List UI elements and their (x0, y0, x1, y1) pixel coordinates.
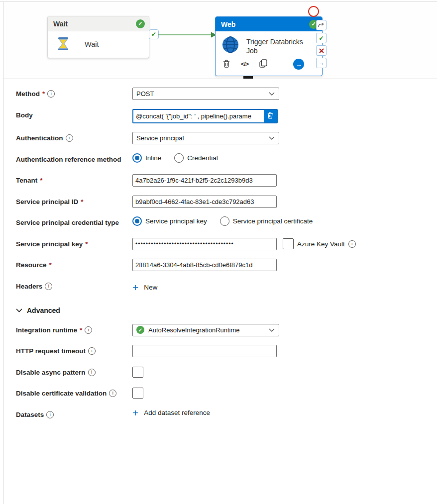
credential-type-row: Service principal credential type Servic… (16, 216, 437, 229)
info-icon[interactable]: i (66, 134, 73, 142)
auth-reference-row: Authentication reference method Inline C… (16, 153, 437, 166)
integration-runtime-row: Integration runtime*i ✓ AutoResolveInteg… (16, 324, 437, 336)
next-activity-button[interactable]: → (293, 59, 304, 70)
service-principal-key-input[interactable]: •••••••••••••••••••••••••••••••••••••• (132, 238, 277, 250)
wait-success-output-port[interactable]: ✓ (149, 29, 159, 39)
auth-reference-label: Authentication reference method (16, 153, 121, 166)
disable-cert-checkbox[interactable] (132, 388, 143, 399)
disable-async-label: Disable async pattern (16, 366, 86, 379)
failure-output-port[interactable] (316, 45, 327, 56)
disable-async-checkbox[interactable] (132, 367, 143, 378)
chevron-down-icon (269, 328, 275, 332)
info-icon[interactable]: i (46, 411, 54, 418)
resource-label: Resource (16, 259, 47, 271)
http-timeout-row: HTTP request timeouti (16, 345, 437, 357)
azure-key-vault-label: Azure Key Vault (297, 240, 345, 248)
web-activity-settings-form: URL @concat( 'https://' , pipeline().par… (0, 24, 437, 421)
info-icon[interactable]: i (85, 326, 92, 334)
tenant-row: Tenant* 4a7b2a26-1f9c-421f-b2f5-2c2c1293… (16, 174, 437, 187)
copy-icon (259, 59, 267, 69)
info-icon[interactable]: i (88, 369, 96, 376)
add-header-button[interactable]: + New (132, 283, 157, 292)
method-label: Method (16, 88, 40, 100)
credential-type-label: Service principal credential type (16, 216, 119, 229)
chevron-down-icon (16, 308, 22, 312)
arrow-right-icon: → (296, 61, 302, 68)
view-code-button[interactable]: </> (241, 61, 248, 68)
datasets-row: Datasetsi + Add dataset reference (16, 408, 437, 421)
clear-body-button[interactable] (264, 110, 277, 122)
disable-cert-row: Disable certificate validationi (16, 387, 437, 400)
trash-icon (267, 112, 273, 120)
disable-cert-label: Disable certificate validation (16, 387, 107, 400)
info-icon[interactable]: i (88, 347, 96, 355)
service-principal-id-row: Service principal ID* b9abf0cd-4662-4fac… (16, 196, 437, 208)
info-icon[interactable]: i (348, 240, 356, 248)
cross-icon (319, 46, 324, 55)
canvas-horizontal-scrollbar[interactable] (243, 76, 253, 79)
radio-credential[interactable] (174, 153, 184, 163)
clone-activity-button[interactable] (259, 59, 267, 69)
arrow-right-icon: → (318, 59, 325, 67)
http-timeout-label: HTTP request timeout (16, 345, 86, 357)
chevron-down-icon (269, 136, 275, 140)
web-activity-label: Trigger Databricks Job (246, 37, 309, 55)
web-activity-node[interactable]: Web ✓ Trigger Databricks Job (215, 16, 323, 76)
skip-arrow-icon (318, 21, 325, 30)
headers-label: Headers (16, 280, 42, 293)
plus-icon: + (132, 408, 138, 417)
http-timeout-input[interactable] (132, 345, 277, 357)
azure-key-vault-checkbox[interactable] (283, 238, 294, 249)
datasets-label: Datasets (16, 408, 44, 421)
advanced-section-toggle[interactable]: Advanced (16, 306, 437, 314)
completion-output-port[interactable]: → (316, 58, 327, 68)
service-principal-key-label: Service principal key (16, 238, 83, 250)
disable-async-row: Disable async patterni (16, 366, 437, 379)
method-row: Method*i POST (16, 88, 437, 100)
success-connection-line (158, 30, 217, 40)
info-icon[interactable]: i (47, 90, 55, 98)
success-output-port[interactable]: ✓ (316, 33, 327, 43)
wait-node-title: Wait (53, 20, 68, 28)
resource-row: Resource* 2ff814a6-3304-4ab8-85cb-cd0e6f… (16, 259, 437, 271)
wait-activity-label: Wait (85, 40, 99, 48)
body-input[interactable]: @concat( '{"job_id": ' , pipeline().para… (133, 110, 264, 122)
authentication-dropdown[interactable]: Service principal (132, 132, 279, 144)
runtime-status-icon: ✓ (136, 326, 144, 334)
radio-service-principal-certificate[interactable] (220, 216, 229, 226)
service-principal-key-row: Service principal key* •••••••••••••••••… (16, 238, 437, 250)
check-icon: ✓ (319, 35, 324, 42)
tenant-input[interactable]: 4a7b2a26-1f9c-421f-b2f5-2c2c1293b9d3 (132, 174, 277, 187)
integration-runtime-label: Integration runtime (16, 324, 77, 336)
wait-activity-node[interactable]: Wait ✓ Wait (47, 16, 149, 58)
info-icon[interactable]: i (45, 283, 52, 290)
advanced-label: Advanced (27, 306, 60, 314)
add-dataset-reference-button[interactable]: + Add dataset reference (132, 408, 210, 417)
success-status-icon: ✓ (136, 19, 145, 28)
plus-icon: + (132, 283, 138, 292)
tenant-label: Tenant (16, 174, 37, 187)
trash-icon (223, 60, 230, 69)
body-row: Body @concat( '{"job_id": ' , pipeline()… (16, 109, 437, 123)
authentication-label: Authentication (16, 132, 63, 144)
resource-input[interactable]: 2ff814a6-3304-4ab8-85cb-cd0e6f879c1d (132, 259, 277, 271)
authentication-row: Authenticationi Service principal (16, 132, 437, 144)
headers-row: Headersi + New (16, 280, 437, 293)
radio-service-principal-key[interactable] (132, 216, 142, 226)
service-principal-id-label: Service principal ID (16, 196, 78, 208)
radio-inline[interactable] (132, 153, 142, 163)
hourglass-icon (57, 37, 70, 52)
web-node-title: Web (221, 20, 235, 28)
delete-activity-button[interactable] (223, 60, 230, 69)
pipeline-canvas[interactable]: Wait ✓ Wait ✓ Web ✓ (3, 2, 437, 79)
info-icon[interactable]: i (109, 390, 116, 397)
chevron-down-icon (269, 92, 275, 96)
code-icon: </> (241, 61, 248, 68)
highlight-circle-annotation (308, 6, 319, 17)
body-label: Body (16, 109, 33, 121)
method-dropdown[interactable]: POST (132, 88, 279, 100)
integration-runtime-dropdown[interactable]: ✓ AutoResolveIntegrationRuntime (132, 324, 279, 336)
skip-output-port[interactable] (316, 20, 327, 30)
service-principal-id-input[interactable]: b9abf0cd-4662-4fac-83e1-cde3c792ad63 (132, 196, 277, 208)
globe-icon (221, 36, 239, 56)
